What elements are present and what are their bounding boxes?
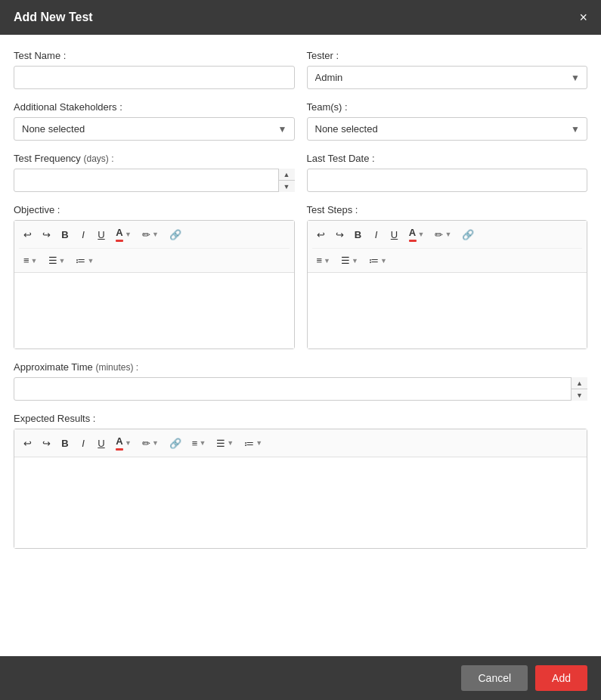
teststeps-italic-button[interactable]: I [368, 226, 385, 243]
teams-select-wrapper: None selected ▼ [307, 117, 588, 141]
tester-select-wrapper: Admin ▼ [307, 66, 588, 89]
test-steps-editor-container: ↩ ↪ B I U A ▼ [307, 220, 588, 349]
expected-ordered-button[interactable]: ≔ ▼ [240, 435, 267, 452]
expected-italic-button[interactable]: I [75, 435, 91, 452]
teststeps-undo-button[interactable]: ↩ [312, 226, 330, 243]
row-expected-results: Expected Results : ↩ ↪ B I U A [14, 413, 587, 549]
row-approx-time: Approximate Time (minutes) : ▲ ▼ [14, 361, 587, 401]
objective-fontcolor-button[interactable]: A ▼ [111, 224, 136, 245]
cancel-button[interactable]: Cancel [461, 665, 528, 691]
objective-highlight-button[interactable]: ✏ ▼ [138, 226, 163, 243]
row-objective-teststeps: Objective : ↩ ↪ B I U A [14, 204, 587, 349]
objective-label: Objective : [14, 204, 295, 215]
last-test-date-label: Last Test Date : [307, 153, 588, 164]
tester-select[interactable]: Admin [307, 66, 588, 89]
objective-bullet-button[interactable]: ☰ ▼ [44, 252, 70, 269]
approx-time-input[interactable] [14, 377, 587, 401]
approx-time-spinner-buttons: ▲ ▼ [571, 377, 587, 401]
objective-undo-button[interactable]: ↩ [19, 226, 36, 243]
teststeps-toolbar-row2: ≡ ▼ ☰ ▼ ≔ ▼ [312, 248, 583, 269]
row-stakeholders-teams: Additional Stakeholders : None selected … [14, 101, 587, 141]
modal-header: Add New Test × [0, 0, 601, 35]
teststeps-highlight-button[interactable]: ✏ ▼ [430, 226, 456, 243]
teststeps-bullet-button[interactable]: ☰ ▼ [336, 252, 363, 269]
group-objective: Objective : ↩ ↪ B I U A [14, 204, 295, 349]
stakeholders-label: Additional Stakeholders : [14, 101, 295, 113]
group-frequency: Test Frequency (days) : ▲ ▼ [14, 153, 295, 192]
objective-toolbar-row1: ↩ ↪ B I U A ▼ [19, 224, 290, 245]
expected-underline-button[interactable]: U [93, 435, 110, 452]
teststeps-redo-button[interactable]: ↪ [331, 226, 349, 243]
frequency-increment-button[interactable]: ▲ [279, 169, 295, 181]
group-expected-results: Expected Results : ↩ ↪ B I U A [14, 413, 587, 549]
expected-bold-button[interactable]: B [57, 435, 73, 452]
test-steps-editor-area[interactable] [308, 273, 587, 348]
objective-italic-button[interactable]: I [75, 226, 91, 243]
expected-results-editor-container: ↩ ↪ B I U A ▼ [14, 429, 587, 549]
expected-redo-button[interactable]: ↪ [38, 435, 55, 452]
group-approx-time: Approximate Time (minutes) : ▲ ▼ [14, 361, 587, 401]
frequency-label: Test Frequency (days) : [14, 153, 295, 164]
modal-title: Add New Test [14, 11, 93, 24]
teststeps-align-button[interactable]: ≡ ▼ [312, 252, 336, 269]
add-button[interactable]: Add [535, 665, 587, 691]
group-teams: Team(s) : None selected ▼ [307, 101, 588, 141]
group-last-test-date: Last Test Date : [307, 153, 588, 192]
teststeps-ordered-button[interactable]: ≔ ▼ [364, 252, 392, 269]
test-name-label: Test Name : [14, 50, 295, 61]
tester-label: Tester : [307, 50, 588, 61]
expected-undo-button[interactable]: ↩ [19, 435, 36, 452]
modal-footer: Cancel Add [0, 656, 601, 700]
objective-editor-container: ↩ ↪ B I U A ▼ [14, 220, 295, 349]
teststeps-fontcolor-button[interactable]: A ▼ [404, 224, 429, 245]
expected-align-button[interactable]: ≡ ▼ [187, 435, 211, 452]
frequency-spinner-buttons: ▲ ▼ [278, 169, 295, 192]
stakeholders-select-wrapper: None selected ▼ [14, 117, 295, 141]
expected-fontcolor-button[interactable]: A ▼ [111, 432, 136, 454]
objective-bold-button[interactable]: B [57, 226, 73, 243]
frequency-input[interactable] [14, 169, 295, 192]
frequency-decrement-button[interactable]: ▼ [279, 181, 295, 192]
expected-bullet-button[interactable]: ☰ ▼ [212, 435, 238, 452]
expected-results-editor-area[interactable] [14, 457, 587, 548]
stakeholders-select[interactable]: None selected [14, 117, 295, 141]
objective-ordered-button[interactable]: ≔ ▼ [71, 252, 98, 269]
teststeps-toolbar-row1: ↩ ↪ B I U A ▼ [312, 224, 583, 245]
expected-link-button[interactable]: 🔗 [165, 435, 186, 452]
approx-time-decrement-button[interactable]: ▼ [572, 389, 587, 401]
objective-align-button[interactable]: ≡ ▼ [19, 252, 42, 269]
expected-results-label: Expected Results : [14, 413, 587, 424]
teststeps-underline-button[interactable]: U [386, 226, 403, 243]
approx-time-label: Approximate Time (minutes) : [14, 361, 587, 373]
row-frequency-date: Test Frequency (days) : ▲ ▼ Last Test Da… [14, 153, 587, 192]
objective-redo-button[interactable]: ↪ [38, 226, 55, 243]
approx-time-increment-button[interactable]: ▲ [572, 377, 587, 389]
test-name-input[interactable] [14, 66, 295, 89]
objective-link-button[interactable]: 🔗 [165, 226, 186, 243]
row-test-name-tester: Test Name : Tester : Admin ▼ [14, 50, 587, 89]
frequency-spinner-wrapper: ▲ ▼ [14, 169, 295, 192]
group-tester: Tester : Admin ▼ [307, 50, 588, 89]
test-steps-label: Test Steps : [307, 204, 588, 215]
group-test-steps: Test Steps : ↩ ↪ B I U A [307, 204, 588, 349]
objective-editor-area[interactable] [14, 273, 294, 348]
objective-underline-button[interactable]: U [93, 226, 110, 243]
approx-time-spinner-wrapper: ▲ ▼ [14, 377, 587, 401]
modal-body: Test Name : Tester : Admin ▼ Additional … [0, 35, 601, 656]
teams-select[interactable]: None selected [307, 117, 588, 141]
close-button[interactable]: × [579, 11, 587, 24]
modal-container: Add New Test × Test Name : Tester : Admi… [0, 0, 601, 700]
teststeps-bold-button[interactable]: B [350, 226, 367, 243]
teststeps-link-button[interactable]: 🔗 [457, 226, 479, 243]
teams-label: Team(s) : [307, 101, 588, 113]
group-test-name: Test Name : [14, 50, 295, 89]
objective-toolbar-row2: ≡ ▼ ☰ ▼ ≔ ▼ [19, 248, 290, 269]
group-stakeholders: Additional Stakeholders : None selected … [14, 101, 295, 141]
expected-highlight-button[interactable]: ✏ ▼ [138, 435, 163, 452]
last-test-date-input[interactable] [307, 169, 588, 192]
expected-toolbar-row1: ↩ ↪ B I U A ▼ [19, 432, 582, 454]
